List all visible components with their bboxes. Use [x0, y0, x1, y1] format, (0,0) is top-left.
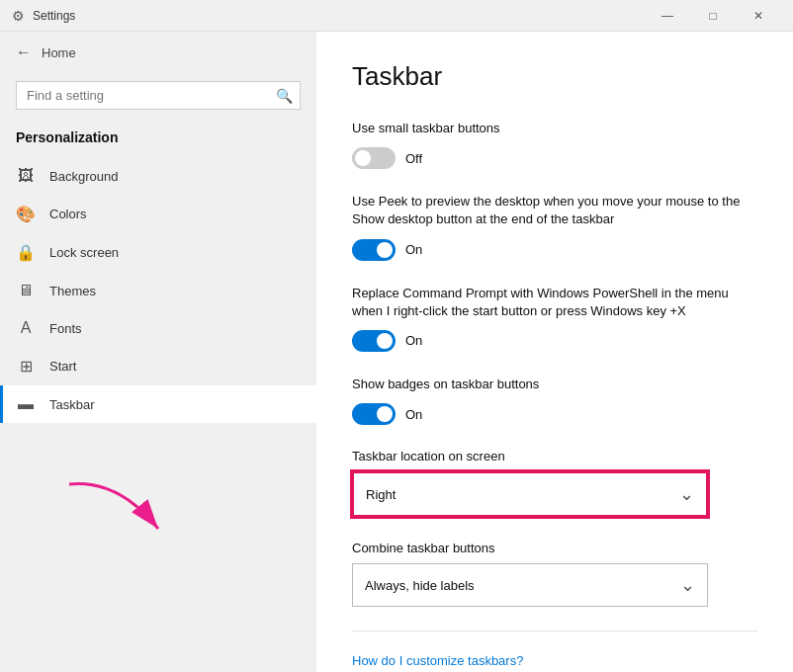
chevron-down-icon: ⌄ — [679, 483, 694, 505]
setting-label-powershell: Replace Command Prompt with Windows Powe… — [352, 285, 757, 320]
toggle-knob-badges — [377, 406, 393, 422]
toggle-badges[interactable] — [352, 403, 396, 425]
themes-icon: 🖥 — [16, 282, 36, 299]
search-input[interactable] — [16, 81, 301, 110]
sidebar-item-label-lock-screen: Lock screen — [49, 245, 119, 260]
app-body: ← Home 🔍 Personalization 🖼Background🎨Col… — [0, 32, 793, 672]
toggle-knob-peek — [377, 242, 393, 258]
dropdown-group-combine: Combine taskbar buttonsAlways, hide labe… — [352, 541, 757, 607]
sidebar-item-label-fonts: Fonts — [49, 321, 82, 336]
window-controls: — □ ✕ — [645, 0, 781, 32]
dropdown-value-location: Right — [366, 487, 396, 502]
sidebar-item-label-taskbar: Taskbar — [49, 397, 95, 412]
maximize-button[interactable]: □ — [690, 0, 736, 32]
toggle-state-peek: On — [405, 242, 422, 257]
sidebar-item-fonts[interactable]: AFonts — [0, 309, 316, 347]
dropdowns-section: Taskbar location on screenRight⌄Combine … — [352, 449, 757, 607]
toggle-state-powershell: On — [405, 333, 422, 348]
back-arrow-icon: ← — [16, 43, 32, 61]
sidebar-item-label-colors: Colors — [49, 207, 87, 221]
taskbar-icon: ▬ — [16, 395, 36, 413]
title-bar-title: Settings — [33, 9, 645, 23]
setting-label-small-buttons: Use small taskbar buttons — [352, 120, 757, 137]
toggle-powershell[interactable] — [352, 330, 396, 352]
setting-group-peek: Use Peek to preview the desktop when you… — [352, 193, 757, 260]
page-title: Taskbar — [352, 61, 757, 92]
minimize-button[interactable]: — — [645, 0, 690, 32]
chevron-down-icon: ⌄ — [680, 574, 695, 596]
search-icon: 🔍 — [276, 88, 293, 104]
colors-icon: 🎨 — [16, 205, 36, 223]
setting-group-small-buttons: Use small taskbar buttonsOff — [352, 120, 757, 169]
settings-toggles: Use small taskbar buttonsOffUse Peek to … — [352, 120, 757, 425]
nav-list: 🖼Background🎨Colors🔒Lock screen🖥ThemesAFo… — [0, 157, 316, 423]
toggle-knob-small-buttons — [355, 150, 371, 166]
back-button[interactable]: ← Home — [0, 32, 316, 73]
sidebar-item-lock-screen[interactable]: 🔒Lock screen — [0, 233, 316, 272]
setting-label-badges: Show badges on taskbar buttons — [352, 376, 757, 393]
toggle-state-small-buttons: Off — [405, 151, 422, 166]
sidebar-item-label-background: Background — [49, 169, 118, 184]
dropdown-label-combine: Combine taskbar buttons — [352, 541, 757, 555]
settings-icon: ⚙ — [12, 8, 25, 24]
sidebar-item-label-start: Start — [49, 359, 76, 374]
lock-screen-icon: 🔒 — [16, 243, 36, 262]
sidebar-section-title: Personalization — [0, 122, 316, 157]
setting-label-peek: Use Peek to preview the desktop when you… — [352, 193, 757, 228]
sidebar: ← Home 🔍 Personalization 🖼Background🎨Col… — [0, 32, 316, 672]
background-icon: 🖼 — [16, 167, 36, 185]
sidebar-item-label-themes: Themes — [49, 284, 96, 298]
toggle-row-small-buttons: Off — [352, 147, 757, 169]
dropdown-group-location: Taskbar location on screenRight⌄ — [352, 449, 757, 517]
start-icon: ⊞ — [16, 357, 36, 376]
divider — [352, 630, 757, 631]
sidebar-item-start[interactable]: ⊞Start — [0, 347, 316, 385]
toggle-small-buttons[interactable] — [352, 147, 396, 169]
sidebar-item-background[interactable]: 🖼Background — [0, 157, 316, 195]
toggle-row-powershell: On — [352, 330, 757, 352]
toggle-row-peek: On — [352, 239, 757, 261]
dropdown-location[interactable]: Right⌄ — [352, 471, 708, 517]
toggle-row-badges: On — [352, 403, 757, 425]
dropdown-combine[interactable]: Always, hide labels⌄ — [352, 563, 708, 607]
close-button[interactable]: ✕ — [736, 0, 781, 32]
fonts-icon: A — [16, 319, 36, 337]
back-label: Home — [42, 45, 76, 60]
toggle-peek[interactable] — [352, 239, 396, 261]
search-box: 🔍 — [16, 81, 301, 110]
customize-link[interactable]: How do I customize taskbars? — [352, 653, 523, 668]
setting-group-badges: Show badges on taskbar buttonsOn — [352, 376, 757, 425]
dropdown-label-location: Taskbar location on screen — [352, 449, 757, 463]
dropdown-value-combine: Always, hide labels — [365, 578, 475, 593]
sidebar-item-colors[interactable]: 🎨Colors — [0, 195, 316, 233]
sidebar-item-themes[interactable]: 🖥Themes — [0, 272, 316, 309]
setting-group-powershell: Replace Command Prompt with Windows Powe… — [352, 285, 757, 352]
toggle-state-badges: On — [405, 407, 422, 422]
main-content: Taskbar Use small taskbar buttonsOffUse … — [316, 32, 793, 672]
toggle-knob-powershell — [377, 333, 393, 349]
sidebar-item-taskbar[interactable]: ▬Taskbar — [0, 385, 316, 423]
title-bar: ⚙ Settings — □ ✕ — [0, 0, 793, 32]
